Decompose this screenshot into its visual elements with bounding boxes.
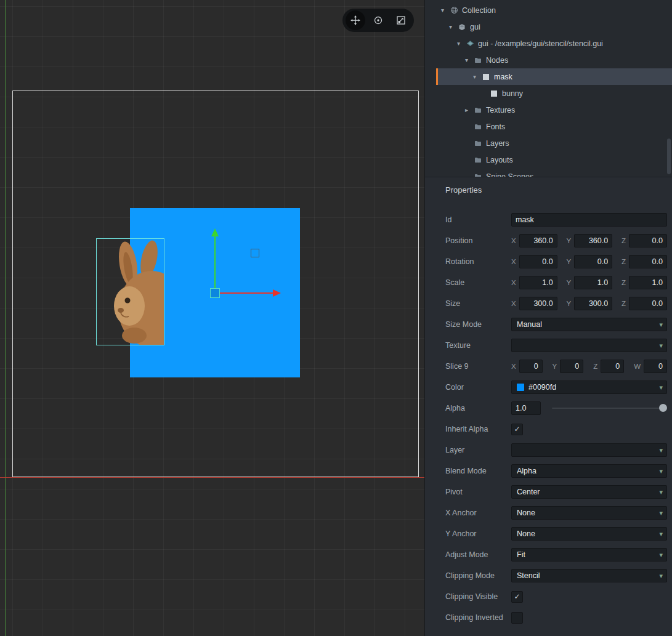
outline-item-gui[interactable]: ▾gui <box>436 18 672 35</box>
outline-item-nodes[interactable]: ▾Nodes <box>436 52 672 68</box>
outline-item-bunny[interactable]: bunny <box>436 85 672 102</box>
clipping-visible-checkbox[interactable]: ✓ <box>511 591 523 603</box>
alpha-slider-handle[interactable] <box>659 404 667 412</box>
layer-field: ▾ <box>511 443 667 457</box>
property-row-scale: Scale X Y Z <box>425 272 672 293</box>
chevron-down-icon: ▾ <box>659 531 663 537</box>
inherit-alpha-checkbox[interactable]: ✓ <box>511 424 523 435</box>
alpha-input[interactable] <box>511 401 541 415</box>
axis-label-x: X <box>511 279 516 286</box>
x-anchor-value: None <box>517 509 535 517</box>
blend-mode-dropdown[interactable]: Alpha ▾ <box>511 464 667 478</box>
expand-arrow-icon[interactable]: ▾ <box>465 57 474 63</box>
y-anchor-dropdown[interactable]: None ▾ <box>511 527 667 541</box>
clipping-mode-dropdown[interactable]: Stencil ▾ <box>511 569 667 582</box>
property-row-inherit-alpha: Inherit Alpha ✓ <box>425 419 672 440</box>
folder-icon <box>474 57 483 64</box>
scale-x-input[interactable] <box>519 276 557 289</box>
slice9-w-input[interactable] <box>644 360 667 373</box>
scale-z-input[interactable] <box>629 276 667 289</box>
scale-y-input[interactable] <box>574 276 612 289</box>
property-label-adjust-mode: Adjust Mode <box>445 550 511 559</box>
rotation-x-group: X <box>511 255 557 268</box>
x-anchor-field: None ▾ <box>511 506 667 520</box>
move-tool-button[interactable] <box>346 10 365 30</box>
outline-item-layouts[interactable]: Layouts <box>436 151 672 168</box>
expand-arrow-icon[interactable]: ▾ <box>449 23 458 30</box>
gizmo-center-handle[interactable] <box>210 288 220 298</box>
alpha-slider-track <box>552 408 667 409</box>
size-x-input[interactable] <box>519 297 557 310</box>
clipping-inverted-checkbox[interactable] <box>511 612 523 624</box>
texture-dropdown[interactable]: ▾ <box>511 339 667 352</box>
scale-field: X Y Z <box>511 276 667 289</box>
x-axis-line <box>0 477 424 478</box>
slice9-z-input[interactable] <box>601 360 624 373</box>
bunny-selection-outline <box>96 238 164 345</box>
gizmo-y-axis-arrowhead-icon[interactable] <box>211 228 219 236</box>
outline-item-mask[interactable]: ▾mask <box>436 68 672 85</box>
slice9-x-input[interactable] <box>519 360 543 373</box>
folder-icon <box>474 123 483 131</box>
size-z-input[interactable] <box>629 297 667 310</box>
gizmo-plane-handle[interactable] <box>251 249 259 257</box>
x-anchor-dropdown[interactable]: None ▾ <box>511 506 667 520</box>
y-anchor-value: None <box>517 529 535 538</box>
position-y-input[interactable] <box>574 234 612 248</box>
outline-item-gui-examples-gui-stencil-stencil-gui[interactable]: ▾gui - /examples/gui/stencil/stencil.gui <box>436 35 672 52</box>
slice9-x-group: X <box>511 360 543 373</box>
expand-arrow-icon[interactable]: ▾ <box>457 40 466 47</box>
scale-tool-button[interactable] <box>391 10 411 30</box>
pivot-dropdown[interactable]: Center ▾ <box>511 485 667 499</box>
outline-item-spine-scenes[interactable]: Spine Scenes <box>436 168 672 177</box>
size-mode-dropdown[interactable]: Manual ▾ <box>511 318 667 331</box>
outline-item-layers[interactable]: Layers <box>436 135 672 151</box>
expand-arrow-icon[interactable]: ▾ <box>441 7 450 14</box>
outline-scrollbar[interactable] <box>667 139 671 174</box>
rotation-z-input[interactable] <box>629 255 667 268</box>
slice9-y-group: Y <box>553 360 584 373</box>
property-label-rotation: Rotation <box>445 257 511 266</box>
chevron-down-icon: ▾ <box>659 573 663 579</box>
pivot-field: Center ▾ <box>511 485 667 499</box>
pivot-value: Center <box>517 488 540 496</box>
outline-item-label: Collection <box>462 6 496 15</box>
slice9-y-input[interactable] <box>560 360 583 373</box>
expand-arrow-icon[interactable]: ▸ <box>465 107 474 113</box>
outline-item-textures[interactable]: ▸Textures <box>436 102 672 118</box>
id-input[interactable] <box>511 213 667 227</box>
property-row-y-anchor: Y Anchor None ▾ <box>425 523 672 544</box>
clipping-visible-field: ✓ <box>511 591 667 603</box>
position-z-input[interactable] <box>629 234 667 248</box>
rotation-x-input[interactable] <box>519 255 557 268</box>
expand-arrow-icon[interactable]: ▾ <box>473 73 482 80</box>
gizmo-x-axis-arrowhead-icon[interactable] <box>273 289 281 297</box>
position-x-input[interactable] <box>519 234 557 248</box>
gizmo-x-axis-arrow[interactable] <box>220 292 273 294</box>
gizmo-y-axis-arrow[interactable] <box>214 236 216 288</box>
rotation-y-input[interactable] <box>574 255 612 268</box>
axis-label-x: X <box>511 258 516 265</box>
property-label-clipping-visible: Clipping Visible <box>445 592 511 601</box>
size-y-input[interactable] <box>574 297 612 310</box>
box-node-icon <box>482 73 491 81</box>
outline-item-label: bunny <box>502 89 523 98</box>
chevron-down-icon: ▾ <box>659 447 663 454</box>
property-label-scale: Scale <box>445 278 511 287</box>
color-dropdown[interactable]: #0090fd ▾ <box>511 380 667 394</box>
outline-item-fonts[interactable]: Fonts <box>436 118 672 135</box>
collection-icon <box>450 6 459 14</box>
folder-icon <box>474 140 483 147</box>
layer-dropdown[interactable]: ▾ <box>511 443 667 457</box>
alpha-slider[interactable] <box>552 401 667 415</box>
property-label-clipping-mode: Clipping Mode <box>445 571 511 580</box>
adjust-mode-dropdown[interactable]: Fit ▾ <box>511 548 667 562</box>
outline-tree: ▾Collection▾gui▾gui - /examples/gui/sten… <box>425 0 672 177</box>
rotate-tool-button[interactable] <box>368 10 388 30</box>
outline-item-collection[interactable]: ▾Collection <box>436 2 672 18</box>
y-anchor-field: None ▾ <box>511 527 667 541</box>
scene-viewport[interactable] <box>0 0 424 636</box>
axis-label-w: W <box>634 363 641 370</box>
chevron-down-icon: ▾ <box>659 342 663 349</box>
property-label-pivot: Pivot <box>445 488 511 496</box>
